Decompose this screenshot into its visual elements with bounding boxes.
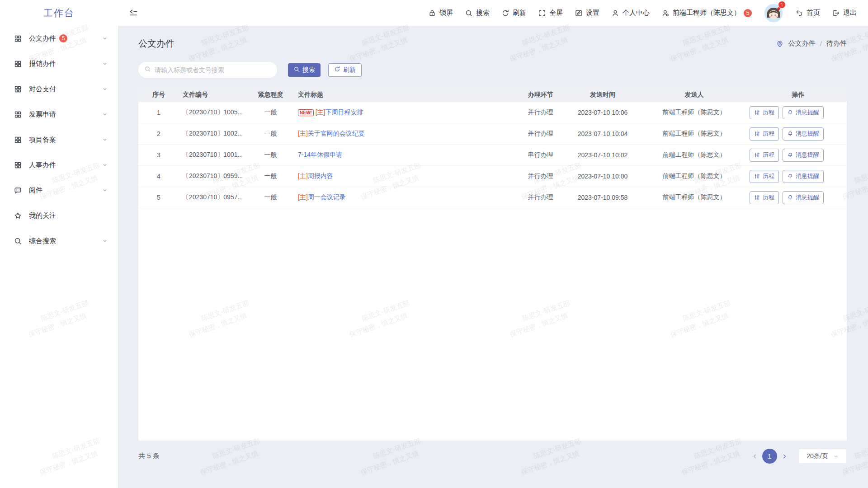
sidebar-item-4[interactable]: 项目备案: [0, 127, 118, 152]
history-button[interactable]: 历程: [750, 170, 779, 183]
sidebar-item-8[interactable]: 综合搜索: [0, 228, 118, 253]
topbar-home[interactable]: 首页: [795, 9, 820, 17]
table-body: 1〔20230710〕1005...一般NEW![主]下周日程安排并行办理202…: [138, 102, 847, 208]
cell-title: [主]周报内容: [294, 172, 514, 180]
topbar-menu: 锁屏搜索刷新全屏设置个人中心前端工程师（陈思文）51首页退出: [428, 3, 857, 23]
history-button[interactable]: 历程: [750, 191, 779, 204]
notify-button[interactable]: 消息提醒: [783, 149, 824, 162]
app-root: 工作台 公文办件5报销办件对公支付发票申请项目备案人事办件阅件我的关注综合搜索 …: [0, 0, 868, 488]
sidebar-item-7[interactable]: 我的关注: [0, 203, 118, 228]
history-button[interactable]: 历程: [750, 149, 779, 162]
page-size-value: 20条/页: [807, 452, 828, 460]
sidebar-item-label: 对公支付: [29, 85, 56, 94]
grid-icon: [14, 136, 22, 144]
sidebar-item-2[interactable]: 对公支付: [0, 76, 118, 102]
page-number-button[interactable]: 1: [762, 449, 777, 464]
sidebar-item-label: 发票申请: [29, 110, 56, 119]
doc-title-link[interactable]: 7-14年休假申请: [298, 151, 342, 159]
topbar-lock-screen[interactable]: 锁屏: [428, 9, 453, 17]
chevron-down-icon: [833, 453, 839, 460]
notify-button[interactable]: 消息提醒: [783, 127, 824, 141]
cell-sender: 前端工程师（陈思文）: [639, 130, 750, 138]
cell-time: 2023-07-10 10:06: [566, 109, 639, 116]
topbar-refresh[interactable]: 刷新: [501, 9, 526, 17]
cell-time: 2023-07-10 09:58: [566, 194, 639, 201]
table-footer: 共 5 条 1 20条/页: [138, 449, 847, 464]
prev-page-button[interactable]: [751, 453, 759, 460]
topbar-current-user[interactable]: 前端工程师（陈思文）5: [661, 9, 752, 17]
history-icon: [754, 173, 760, 179]
cell-sender: 前端工程师（陈思文）: [639, 108, 750, 117]
cell-time: 2023-07-10 10:00: [566, 173, 639, 180]
breadcrumb-item-current: 待办件: [826, 39, 847, 48]
history-button[interactable]: 历程: [750, 127, 779, 141]
topbar-item-label: 锁屏: [439, 9, 453, 17]
breadcrumb-item[interactable]: 公文办件: [788, 39, 816, 48]
column-header: 文件标题: [294, 91, 514, 99]
grid-icon: [14, 110, 22, 119]
notify-button[interactable]: 消息提醒: [783, 170, 824, 183]
doc-title-link[interactable]: [主]周报内容: [298, 172, 333, 180]
doc-title-link[interactable]: [主]关于官网的会议纪要: [298, 130, 365, 138]
topbar-logout[interactable]: 退出: [832, 9, 857, 17]
cell-step: 串行办理: [514, 151, 566, 159]
table-row: 4〔20230710〕0959...一般[主]周报内容并行办理2023-07-1…: [138, 166, 847, 187]
topbar-global-search[interactable]: 搜索: [465, 9, 490, 17]
documents-table: 序号文件编号紧急程度文件标题办理环节发送时间发送人操作 1〔20230710〕1…: [138, 87, 847, 441]
sidebar-item-6[interactable]: 阅件: [0, 178, 118, 203]
cell-urgency: 一般: [247, 193, 294, 202]
notify-button[interactable]: 消息提醒: [783, 191, 824, 204]
sidebar-item-1[interactable]: 报销办件: [0, 51, 118, 76]
topbar-item-label: 设置: [586, 9, 599, 17]
pagination: 1 20条/页: [751, 449, 847, 464]
page-size-select[interactable]: 20条/页: [799, 449, 847, 464]
cell-doc-no: 〔20230710〕1005...: [179, 108, 247, 117]
column-header: 操作: [750, 91, 847, 99]
chevron-down-icon: [833, 453, 839, 460]
topbar-settings[interactable]: 设置: [575, 9, 599, 17]
sidebar-item-0[interactable]: 公文办件5: [0, 26, 118, 51]
sidebar-item-label: 综合搜索: [29, 237, 56, 245]
topbar-fullscreen[interactable]: 全屏: [538, 9, 563, 17]
cell-sender: 前端工程师（陈思文）: [639, 193, 750, 202]
topbar-profile-center[interactable]: 个人中心: [611, 9, 650, 17]
grid-icon: [14, 85, 22, 94]
doc-title-link[interactable]: [主]周一会议记录: [298, 193, 346, 202]
grid-icon: [14, 60, 22, 68]
cell-index: 1: [138, 109, 179, 116]
cell-urgency: 一般: [247, 108, 294, 117]
chevron-down-icon: [102, 35, 108, 42]
user-avatar-button[interactable]: 1: [764, 3, 783, 23]
topbar-item-label: 搜索: [476, 9, 490, 17]
sidebar-item-5[interactable]: 人事办件: [0, 152, 118, 178]
search-button[interactable]: 搜索: [288, 63, 321, 77]
bell-icon: [787, 131, 793, 137]
cell-actions: 历程消息提醒: [750, 149, 847, 162]
cell-time: 2023-07-10 10:04: [566, 130, 639, 137]
topbar-item-label: 全屏: [549, 9, 563, 17]
search-box: [138, 62, 277, 78]
chevron-down-icon: [102, 61, 108, 67]
content: 公文办件 公文办件 / 待办件 搜索: [118, 26, 868, 488]
refresh-button[interactable]: 刷新: [328, 63, 362, 77]
search-row: 搜索 刷新: [138, 62, 847, 78]
next-page-button[interactable]: [781, 453, 788, 460]
breadcrumb: 公文办件 / 待办件: [776, 39, 847, 48]
collapse-sidebar-button[interactable]: [129, 9, 138, 18]
chevron-down-icon: [102, 86, 108, 92]
cell-step: 并行办理: [514, 108, 566, 117]
doc-title-link[interactable]: [主]下周日程安排: [316, 108, 363, 117]
sidebar-item-label: 公文办件: [29, 34, 56, 43]
sidebar-item-3[interactable]: 发票申请: [0, 102, 118, 127]
table-row: 2〔20230710〕1002...一般[主]关于官网的会议纪要并行办理2023…: [138, 123, 847, 145]
cell-urgency: 一般: [247, 151, 294, 159]
refresh-button-label: 刷新: [343, 66, 356, 74]
cell-index: 4: [138, 173, 179, 180]
chevron-down-icon: [102, 111, 108, 117]
cell-doc-no: 〔20230710〕1001...: [179, 151, 247, 159]
history-button[interactable]: 历程: [750, 106, 779, 119]
notify-button[interactable]: 消息提醒: [783, 106, 824, 119]
search-input[interactable]: [155, 66, 271, 74]
cell-actions: 历程消息提醒: [750, 170, 847, 183]
cell-sender: 前端工程师（陈思文）: [639, 172, 750, 180]
